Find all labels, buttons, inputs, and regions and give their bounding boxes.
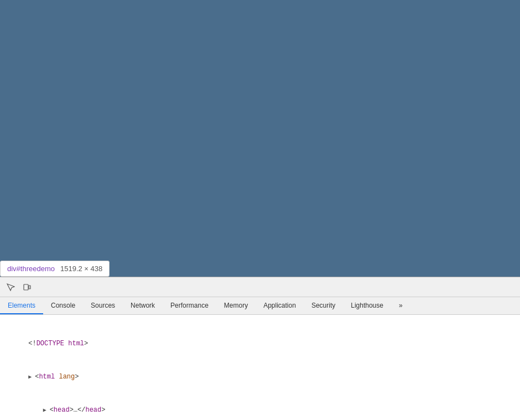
device-icon[interactable] xyxy=(19,279,35,295)
devtools-toolbar xyxy=(0,277,520,297)
devtools-elements-content[interactable]: <!DOCTYPE html> ▶ <html lang> ▶ <head>…<… xyxy=(0,315,520,420)
tab-network[interactable]: Network xyxy=(123,297,163,314)
element-size: 1519.2 × 438 xyxy=(60,265,102,273)
element-name: div#threedemo xyxy=(7,265,55,273)
code-line-head[interactable]: ▶ <head>…</head> xyxy=(0,393,520,420)
tab-console[interactable]: Console xyxy=(43,297,83,314)
tab-lighthouse[interactable]: Lighthouse xyxy=(343,297,391,314)
tab-application[interactable]: Application xyxy=(256,297,304,314)
tab-more[interactable]: » xyxy=(391,297,410,314)
devtools-panel: Elements Console Sources Network Perform… xyxy=(0,277,520,420)
svg-rect-1 xyxy=(29,286,30,289)
tab-performance[interactable]: Performance xyxy=(163,297,216,314)
cursor-icon[interactable] xyxy=(3,279,18,295)
tab-sources[interactable]: Sources xyxy=(83,297,123,314)
arrow-head xyxy=(28,406,35,415)
code-line-html[interactable]: ▶ <html lang> xyxy=(0,361,520,394)
element-tooltip: div#threedemo 1519.2 × 438 xyxy=(0,261,110,277)
tab-elements[interactable]: Elements xyxy=(0,297,43,314)
browser-viewport: div#threedemo 1519.2 × 438 xyxy=(0,0,520,277)
arrow-doctype xyxy=(28,329,35,338)
svg-rect-0 xyxy=(24,284,28,290)
tab-security[interactable]: Security xyxy=(304,297,343,314)
arrow-html: ▶ xyxy=(28,373,35,382)
tab-memory[interactable]: Memory xyxy=(216,297,256,314)
devtools-tabs: Elements Console Sources Network Perform… xyxy=(0,297,520,315)
code-line-doctype[interactable]: <!DOCTYPE html> xyxy=(0,317,520,361)
